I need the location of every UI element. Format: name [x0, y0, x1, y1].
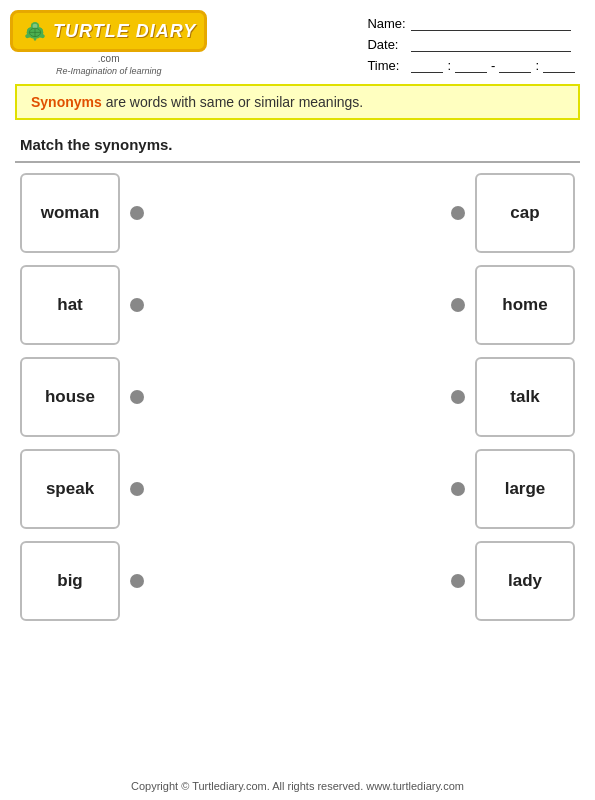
match-row-4: big lady: [20, 541, 575, 621]
right-dot-4[interactable]: [451, 574, 465, 588]
synonym-highlight: Synonyms: [31, 94, 102, 110]
right-side-1: home: [451, 265, 575, 345]
time-row: Time: : - :: [367, 57, 575, 73]
name-label: Name:: [367, 16, 407, 31]
time-dash: -: [491, 58, 495, 73]
logo-tagline: Re-Imagination of learning: [56, 66, 162, 76]
instructions: Match the synonyms.: [0, 130, 595, 157]
time-blank-2: [455, 57, 487, 73]
match-row-0: woman cap: [20, 173, 575, 253]
name-row: Name:: [367, 15, 575, 31]
turtle-icon: [21, 17, 49, 45]
right-word-0: cap: [475, 173, 575, 253]
left-word-3: speak: [20, 449, 120, 529]
svg-point-2: [33, 24, 38, 29]
right-dot-0[interactable]: [451, 206, 465, 220]
right-word-2: talk: [475, 357, 575, 437]
left-side-2: house: [20, 357, 144, 437]
left-word-4: big: [20, 541, 120, 621]
name-line: [411, 15, 571, 31]
time-blank-4: [543, 57, 575, 73]
left-word-2: house: [20, 357, 120, 437]
match-row-1: hat home: [20, 265, 575, 345]
left-side-4: big: [20, 541, 144, 621]
match-row-3: speak large: [20, 449, 575, 529]
left-dot-0[interactable]: [130, 206, 144, 220]
date-line: [411, 36, 571, 52]
svg-point-7: [34, 37, 37, 41]
right-side-3: large: [451, 449, 575, 529]
left-side-1: hat: [20, 265, 144, 345]
divider: [15, 161, 580, 163]
left-dot-2[interactable]: [130, 390, 144, 404]
left-dot-1[interactable]: [130, 298, 144, 312]
time-blank-1: [411, 57, 443, 73]
info-banner: Synonyms are words with same or similar …: [15, 84, 580, 120]
date-row: Date:: [367, 36, 575, 52]
left-word-0: woman: [20, 173, 120, 253]
footer: Copyright © Turtlediary.com. All rights …: [0, 768, 595, 800]
logo-text: TURTLE DIARY: [53, 21, 196, 42]
logo-box: TURTLE DIARY: [10, 10, 207, 52]
right-dot-1[interactable]: [451, 298, 465, 312]
left-dot-3[interactable]: [130, 482, 144, 496]
right-dot-3[interactable]: [451, 482, 465, 496]
header: TURTLE DIARY .com Re-Imagination of lear…: [0, 0, 595, 84]
left-side-0: woman: [20, 173, 144, 253]
banner-rest: are words with same or similar meanings.: [102, 94, 363, 110]
right-side-2: talk: [451, 357, 575, 437]
match-row-2: house talk: [20, 357, 575, 437]
right-side-4: lady: [451, 541, 575, 621]
date-label: Date:: [367, 37, 407, 52]
left-dot-4[interactable]: [130, 574, 144, 588]
right-dot-2[interactable]: [451, 390, 465, 404]
right-word-3: large: [475, 449, 575, 529]
right-word-4: lady: [475, 541, 575, 621]
right-word-1: home: [475, 265, 575, 345]
time-label: Time:: [367, 58, 407, 73]
left-side-3: speak: [20, 449, 144, 529]
time-colon-1: :: [447, 58, 451, 73]
right-side-0: cap: [451, 173, 575, 253]
left-word-1: hat: [20, 265, 120, 345]
time-colon-2: :: [535, 58, 539, 73]
logo-com: .com: [98, 53, 120, 64]
logo-area: TURTLE DIARY .com Re-Imagination of lear…: [10, 10, 207, 76]
matching-area: woman cap hat home house talk speak: [0, 173, 595, 621]
time-blank-3: [499, 57, 531, 73]
name-fields: Name: Date: Time: : - :: [367, 10, 575, 73]
